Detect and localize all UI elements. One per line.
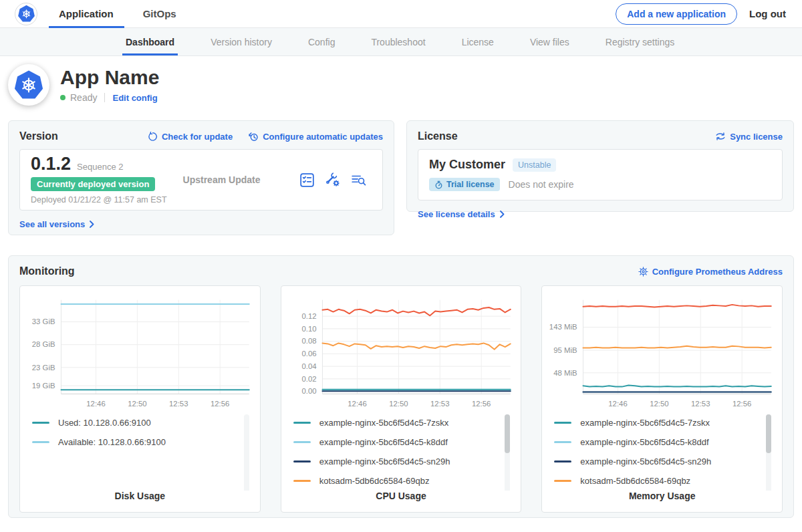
legend-label: example-nginx-5bc6f5d4c5-k8ddf [580,438,708,446]
legend-label: example-nginx-5bc6f5d4c5-sn29h [580,457,711,466]
svg-text:28 GiB: 28 GiB [32,340,55,348]
tab-troubleshoot[interactable]: Troubleshoot [371,28,425,55]
chart-title: CPU Usage [285,491,517,505]
refresh-icon [148,132,158,142]
legend-color-icon [32,422,49,424]
divider [104,93,105,102]
svg-text:0.08: 0.08 [301,337,316,345]
legend-item: example-nginx-5bc6f5d4c5-k8ddf [293,438,511,446]
tab-registry-settings[interactable]: Registry settings [606,28,674,55]
see-license-details-link[interactable]: See license details [418,209,505,219]
status-dot-icon [60,95,65,100]
legend-scrollbar-thumb[interactable] [766,414,771,453]
top-bar: Application GitOps Add a new application… [0,0,802,28]
legend-item: example-nginx-5bc6f5d4c5-sn29h [293,457,511,466]
svg-text:33 GiB: 33 GiB [32,317,55,325]
svg-text:0.04: 0.04 [301,362,316,370]
channel-badge: Unstable [513,158,556,172]
tab-view-files[interactable]: View files [530,28,569,55]
tab-dashboard[interactable]: Dashboard [126,28,174,55]
cpu-usage-panel: 0.000.020.040.060.080.100.1212:4612:5012… [281,285,522,513]
tab-gitops-label: GitOps [143,8,176,19]
status-badge: Ready [70,92,97,103]
legend-color-icon [32,441,49,443]
sync-icon [715,132,726,141]
svg-text:12:56: 12:56 [472,400,491,408]
svg-text:12:50: 12:50 [389,400,408,408]
disk-usage-panel: 19 GiB23 GiB28 GiB33 GiB12:4612:5012:531… [19,285,261,513]
legend-item: kotsadm-5db6dc6584-69qbz [554,477,771,485]
license-card-title: License [418,130,458,142]
deployed-timestamp: Deployed 01/21/22 @ 11:57 am EST [31,195,167,205]
svg-text:12:53: 12:53 [430,400,449,408]
stopwatch-icon [434,180,443,189]
memory-usage-legend: example-nginx-5bc6f5d4c5-7zskxexample-ng… [554,413,771,491]
top-bar-actions: Add a new application Log out [616,3,786,25]
charts-row: 19 GiB23 GiB28 GiB33 GiB12:4612:5012:531… [19,285,783,513]
current-version-panel: 0.1.2 Sequence 2 Currently deployed vers… [19,149,383,211]
license-panel: My Customer Unstable Trial license [418,149,783,201]
legend-item: Used: 10.128.0.66:9100 [32,418,249,427]
legend-label: Used: 10.128.0.66:9100 [58,418,151,427]
app-header: App Name Ready Edit config [0,56,802,114]
tab-version-history[interactable]: Version history [211,28,272,55]
chart-title: Disk Usage [24,491,256,505]
tab-license[interactable]: License [462,28,494,55]
legend-item: example-nginx-5bc6f5d4c5-sn29h [554,457,771,466]
svg-text:48 MiB: 48 MiB [553,369,577,377]
svg-text:23 GiB: 23 GiB [32,364,55,372]
chevron-right-icon [500,211,505,218]
kubernetes-logo[interactable] [15,3,37,25]
version-card: Version Check for update [8,120,394,235]
top-navigation: Application GitOps [57,0,205,28]
legend-scrollbar-track [244,414,249,491]
gear-icon [638,267,648,277]
legend-scrollbar-thumb[interactable] [505,414,510,453]
configure-prometheus-label: Configure Prometheus Address [652,267,783,277]
version-card-header: Version Check for update [19,130,383,142]
view-diff-button[interactable] [352,174,366,186]
config-button[interactable] [325,172,340,187]
legend-color-icon [293,441,311,443]
license-card: License Sync license [406,120,794,212]
tab-config[interactable]: Config [308,28,335,55]
log-search-icon [352,174,366,186]
version-card-title: Version [19,130,58,142]
clock-rotate-icon [249,132,259,142]
legend-item: example-nginx-5bc6f5d4c5-7zskx [293,418,511,427]
configure-prometheus-link[interactable]: Configure Prometheus Address [638,267,783,277]
kubernetes-wheel-icon [13,70,44,100]
check-for-update-link[interactable]: Check for update [148,132,233,142]
license-card-header: License Sync license [418,130,783,142]
svg-text:12:56: 12:56 [732,400,751,408]
svg-text:0.00: 0.00 [301,387,316,395]
see-license-details-label: See license details [418,209,495,219]
release-notes-button[interactable] [300,173,314,187]
app-info: App Name Ready Edit config [60,67,159,104]
svg-text:0.06: 0.06 [301,350,316,358]
configure-automatic-updates-link[interactable]: Configure automatic updates [249,132,383,142]
legend-label: example-nginx-5bc6f5d4c5-k8ddf [319,438,448,446]
log-out-link[interactable]: Log out [749,8,786,19]
legend-color-icon [293,422,311,424]
disk-usage-chart: 19 GiB23 GiB28 GiB33 GiB12:4612:5012:531… [24,293,256,412]
legend-scrollbar-track [766,414,771,491]
sync-license-label: Sync license [730,132,783,142]
trial-license-label: Trial license [446,180,495,189]
license-expiry: Does not expire [509,179,574,190]
cpu-usage-chart: 0.000.020.040.060.080.100.1212:4612:5012… [285,293,517,412]
svg-text:0.10: 0.10 [301,325,316,333]
edit-config-link[interactable]: Edit config [112,93,157,103]
app-status-row: Ready Edit config [60,92,159,103]
svg-text:19 GiB: 19 GiB [32,382,55,390]
memory-usage-chart: 48 MiB95 MiB143 MiB12:4612:5012:5312:56 [546,293,778,412]
tab-application[interactable]: Application [57,0,115,28]
tab-gitops[interactable]: GitOps [142,0,178,28]
add-new-application-button[interactable]: Add a new application [616,3,737,25]
kubernetes-wheel-icon [17,5,35,23]
legend-label: kotsadm-5db6dc6584-69qbz [319,477,430,485]
chevron-right-icon [90,221,94,228]
sync-license-link[interactable]: Sync license [715,132,783,142]
legend-color-icon [554,441,571,443]
see-all-versions-link[interactable]: See all versions [19,219,94,229]
